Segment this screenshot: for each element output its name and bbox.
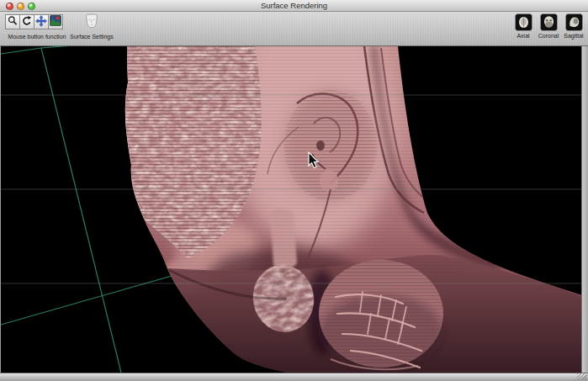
surface-settings-label: Surface Settings xyxy=(67,34,116,40)
magnifier-tool-button[interactable] xyxy=(5,14,20,29)
sagittal-view-label: Sagittal xyxy=(564,33,583,39)
sagittal-slice-icon xyxy=(566,20,582,31)
resize-grip[interactable] xyxy=(577,373,587,380)
rotate-arrow-icon xyxy=(21,15,33,29)
rotate-tool-button[interactable] xyxy=(19,14,34,29)
right-window-edge xyxy=(581,46,588,373)
traffic-lights xyxy=(6,3,35,10)
app-window: Surface Rendering xyxy=(0,0,588,381)
magnifier-icon xyxy=(7,15,19,29)
bottom-window-edge xyxy=(0,373,588,381)
render-settings-tool-button[interactable] xyxy=(48,14,63,29)
axial-view-button[interactable] xyxy=(515,13,532,31)
axial-view-label: Axial xyxy=(516,33,529,39)
close-button[interactable] xyxy=(6,3,13,10)
coronal-view-label: Coronal xyxy=(538,33,559,39)
mouse-button-function-label: Mouse button function xyxy=(3,34,71,40)
zoom-window-button[interactable] xyxy=(28,3,35,10)
axial-slice-icon xyxy=(516,20,532,31)
surface-rendering-canvas[interactable] xyxy=(0,46,581,373)
surface-settings-button[interactable] xyxy=(82,13,102,32)
window-title: Surface Rendering xyxy=(0,0,588,12)
sagittal-view: Sagittal xyxy=(563,13,585,39)
plane-view-buttons: Axial Coronal Sagittal xyxy=(512,13,585,39)
coronal-view-button[interactable] xyxy=(540,13,558,31)
coronal-view: Coronal xyxy=(538,13,559,39)
coronal-slice-icon xyxy=(541,20,557,31)
minimize-button[interactable] xyxy=(17,3,24,10)
face-icon xyxy=(82,13,101,33)
title-bar: Surface Rendering xyxy=(0,0,588,12)
move-arrows-icon xyxy=(35,15,47,29)
mouse-button-function-group xyxy=(5,14,63,29)
pan-tool-button[interactable] xyxy=(34,14,49,29)
axial-view: Axial xyxy=(512,13,534,39)
toolbar: Mouse button function Surface Settings A… xyxy=(0,12,588,46)
color-image-icon xyxy=(50,15,61,29)
sagittal-view-button[interactable] xyxy=(565,13,583,31)
